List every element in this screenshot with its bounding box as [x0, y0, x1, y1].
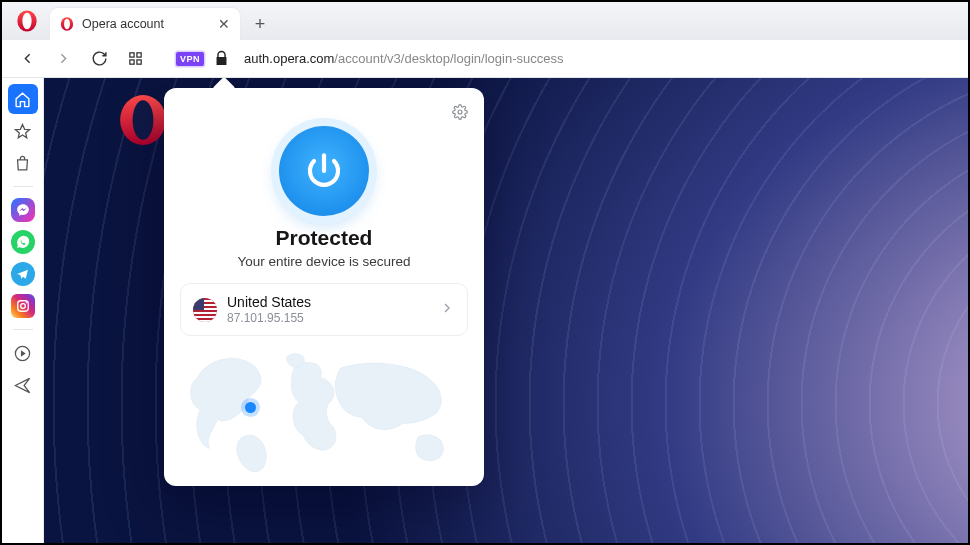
browser-tab[interactable]: Opera account ✕ [50, 8, 240, 40]
instagram-icon [16, 299, 30, 313]
vpn-location-selector[interactable]: United States 87.101.95.155 [180, 283, 468, 336]
play-circle-icon [13, 344, 32, 363]
sidebar-divider [13, 186, 33, 187]
vpn-badge[interactable]: VPN [176, 52, 204, 66]
svg-point-11 [25, 302, 26, 303]
page-content: Protected Your entire device is secured … [44, 78, 968, 543]
tab-strip: Opera account ✕ + [2, 2, 968, 40]
telegram-icon [16, 268, 29, 281]
svg-point-1 [22, 13, 31, 30]
site-security-button[interactable] [210, 44, 232, 74]
forward-button[interactable] [48, 44, 78, 74]
svg-rect-21 [193, 312, 217, 314]
sidebar-telegram[interactable] [8, 259, 38, 289]
sidebar-messenger[interactable] [8, 195, 38, 225]
speed-dial-button[interactable] [120, 44, 150, 74]
opera-menu-button[interactable] [14, 8, 40, 34]
sidebar-shopping[interactable] [8, 148, 38, 178]
opera-logo-icon [117, 94, 169, 146]
svg-rect-6 [129, 60, 133, 64]
home-icon [14, 91, 31, 108]
svg-rect-22 [193, 316, 217, 318]
power-icon [303, 150, 345, 192]
vpn-status-title: Protected [180, 226, 468, 250]
chevron-left-icon [19, 50, 36, 67]
toolbar: VPN auth.opera.com/account/v3/desktop/lo… [2, 40, 968, 78]
lock-icon [213, 50, 230, 67]
sidebar-divider [13, 329, 33, 330]
vpn-world-map [180, 346, 468, 476]
vpn-toggle-button[interactable] [279, 126, 369, 216]
svg-marker-13 [21, 350, 26, 356]
url-domain: auth.opera.com [244, 51, 334, 66]
grid-icon [127, 50, 144, 67]
us-flag-icon [193, 298, 217, 322]
sidebar-send[interactable] [8, 370, 38, 400]
new-tab-button[interactable]: + [246, 10, 274, 38]
sidebar-bookmarks[interactable] [8, 116, 38, 146]
svg-point-15 [133, 100, 154, 140]
sidebar-instagram[interactable] [8, 291, 38, 321]
tab-close-button[interactable]: ✕ [218, 16, 230, 32]
url-path: /account/v3/desktop/login/login-success [334, 51, 563, 66]
svg-point-16 [458, 110, 462, 114]
vpn-settings-button[interactable] [452, 104, 468, 124]
svg-rect-4 [129, 53, 133, 57]
back-button[interactable] [12, 44, 42, 74]
svg-rect-5 [136, 53, 140, 57]
whatsapp-icon [16, 235, 30, 249]
svg-point-3 [64, 19, 70, 30]
svg-marker-8 [15, 124, 29, 137]
reload-button[interactable] [84, 44, 114, 74]
vpn-status-subtitle: Your entire device is secured [180, 254, 468, 269]
address-bar[interactable]: auth.opera.com/account/v3/desktop/login/… [244, 51, 563, 66]
vpn-popup: Protected Your entire device is secured … [164, 88, 484, 486]
opera-favicon-icon [60, 17, 74, 31]
vpn-location-name: United States [227, 294, 429, 311]
tab-title: Opera account [82, 17, 210, 31]
chevron-right-icon [55, 50, 72, 67]
messenger-icon [16, 203, 30, 217]
shopping-bag-icon [14, 155, 31, 172]
vpn-location-ip: 87.101.95.155 [227, 311, 429, 325]
sidebar-home[interactable] [8, 84, 38, 114]
sidebar-whatsapp[interactable] [8, 227, 38, 257]
send-icon [13, 376, 32, 395]
svg-rect-24 [193, 298, 204, 310]
sidebar-player[interactable] [8, 338, 38, 368]
gear-icon [452, 104, 468, 120]
svg-rect-23 [193, 320, 217, 322]
opera-logo-icon [16, 10, 38, 32]
svg-point-10 [20, 304, 25, 309]
chevron-right-icon [439, 300, 455, 320]
svg-rect-7 [136, 60, 140, 64]
page-opera-logo [117, 94, 169, 150]
reload-icon [91, 50, 108, 67]
star-icon [14, 123, 31, 140]
sidebar [2, 78, 44, 543]
